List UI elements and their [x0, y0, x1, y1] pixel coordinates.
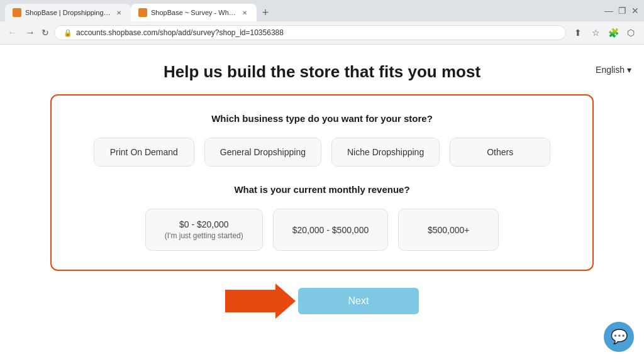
maximize-button[interactable]: ❐: [618, 6, 626, 16]
extension-icon[interactable]: 🧩: [606, 26, 620, 40]
revenue-label-2: $500,000+: [418, 225, 479, 235]
bookmark-icon[interactable]: ☆: [589, 26, 602, 40]
language-arrow-icon: ▾: [627, 65, 631, 75]
refresh-button[interactable]: ↻: [42, 28, 49, 38]
survey-card: Which business type do you want for your…: [50, 94, 594, 271]
tab-bar: ShopBase | Dropshipping, Print... ✕ Shop…: [0, 0, 644, 21]
tab1-close[interactable]: ✕: [114, 8, 123, 17]
revenue-option-2[interactable]: $500,000+: [398, 209, 499, 251]
page-header: Help us build the store that fits you mo…: [0, 45, 644, 94]
page-content: Help us build the store that fits you mo…: [0, 45, 644, 362]
window-controls: — ❐ ✕: [604, 6, 639, 19]
arrow-body: [225, 290, 275, 312]
page-title: Help us build the store that fits you mo…: [13, 62, 631, 82]
revenue-option-0[interactable]: $0 - $20,000 (I'm just getting started): [145, 209, 263, 251]
revenue-options: $0 - $20,000 (I'm just getting started) …: [74, 209, 570, 251]
option-others[interactable]: Others: [450, 138, 550, 167]
business-type-options: Print On Demand General Dropshipping Nic…: [74, 138, 570, 167]
option-niche-dropshipping[interactable]: Niche Dropshipping: [331, 138, 440, 167]
next-button[interactable]: Next: [298, 288, 419, 314]
option-print-on-demand[interactable]: Print On Demand: [94, 138, 194, 167]
profile-icon[interactable]: ⬡: [624, 26, 638, 40]
address-bar[interactable]: 🔒 accounts.shopbase.com/shop/add/survey?…: [54, 25, 566, 40]
option-general-dropshipping[interactable]: General Dropshipping: [204, 138, 321, 167]
bottom-section: Next: [0, 283, 644, 319]
revenue-label-0: $0 - $20,000: [165, 219, 243, 229]
back-button[interactable]: ←: [6, 27, 19, 38]
tab-2[interactable]: ShopBase ~ Survey - What type... ✕: [131, 4, 257, 21]
close-button[interactable]: ✕: [631, 6, 639, 16]
tab1-favicon: [13, 8, 21, 17]
next-arrow-decoration: [225, 283, 296, 319]
revenue-sublabel-0: (I'm just getting started): [165, 231, 243, 240]
new-tab-button[interactable]: +: [257, 4, 274, 21]
minimize-button[interactable]: —: [604, 6, 613, 16]
revenue-question: What is your current monthly revenue?: [74, 184, 570, 195]
tab1-label: ShopBase | Dropshipping, Print...: [25, 9, 111, 16]
address-bar-row: ← → ↻ 🔒 accounts.shopbase.com/shop/add/s…: [0, 21, 644, 44]
tab2-favicon: [138, 8, 147, 17]
address-text: accounts.shopbase.com/shop/add/survey?sh…: [76, 28, 284, 37]
language-selector[interactable]: English ▾: [596, 65, 631, 75]
forward-button[interactable]: →: [24, 27, 36, 38]
chat-icon: 💬: [611, 329, 628, 345]
browser-chrome: ShopBase | Dropshipping, Print... ✕ Shop…: [0, 0, 644, 45]
share-icon[interactable]: ⬆: [571, 26, 585, 40]
business-type-question: Which business type do you want for your…: [74, 113, 570, 124]
revenue-option-1[interactable]: $20,000 - $500,000: [273, 209, 388, 251]
tab2-label: ShopBase ~ Survey - What type...: [151, 9, 236, 16]
lock-icon: 🔒: [64, 29, 72, 37]
tab-1[interactable]: ShopBase | Dropshipping, Print... ✕: [5, 4, 131, 21]
tab2-close[interactable]: ✕: [240, 8, 249, 17]
arrow-head-icon: [275, 283, 296, 319]
toolbar-icons: ⬆ ☆ 🧩 ⬡: [571, 26, 638, 40]
revenue-label-1: $20,000 - $500,000: [292, 225, 369, 235]
chat-bubble-button[interactable]: 💬: [604, 322, 634, 352]
language-label: English: [596, 65, 625, 75]
